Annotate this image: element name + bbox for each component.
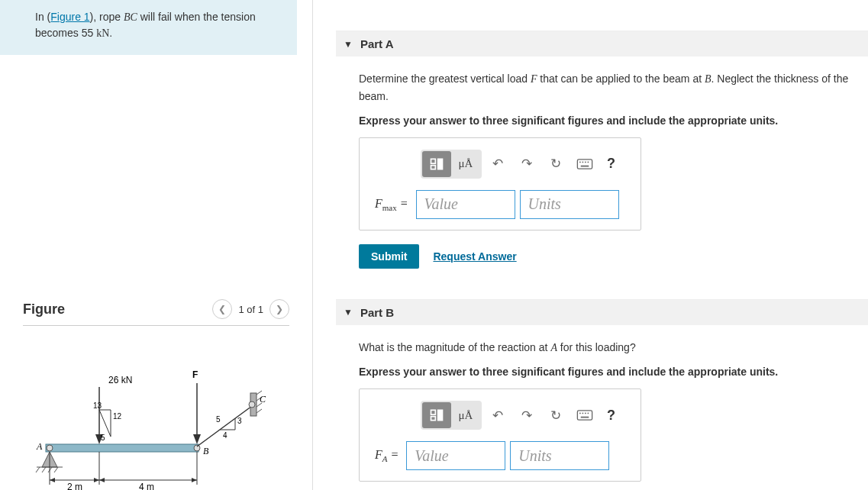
part-a-instructions: Express your answer to three significant… [359,114,868,127]
keyboard-icon[interactable] [572,402,598,428]
caret-down-icon: ▼ [344,307,353,318]
svg-text:26 kN: 26 kN [108,375,132,385]
svg-line-28 [257,409,262,413]
part-a-header[interactable]: ▼ Part A [336,31,868,56]
part-a-value-input[interactable] [416,190,515,219]
part-a-answer-box: μÅ ↶ ↷ ↻ ? Fmax = [359,137,641,230]
svg-point-52 [582,161,584,163]
part-a-variable-label: Fmax = [375,197,411,212]
svg-point-51 [579,161,581,163]
part-b-question: What is the magnitude of the reaction at… [359,339,868,356]
undo-icon[interactable]: ↶ [485,151,511,177]
svg-point-63 [588,413,589,414]
svg-rect-47 [431,159,436,163]
part-b-units-input[interactable] [510,441,609,470]
svg-text:3: 3 [237,417,242,425]
figure-link[interactable]: Figure 1 [50,11,89,23]
svg-text:2 m: 2 m [67,482,82,490]
redo-icon[interactable]: ↷ [514,402,540,428]
svg-rect-50 [577,160,592,169]
keyboard-icon[interactable] [572,151,598,177]
svg-point-62 [585,413,586,414]
special-char-button[interactable]: μÅ [451,402,480,428]
svg-text:A: A [36,441,43,452]
part-a-submit-button[interactable]: Submit [359,244,419,269]
svg-rect-0 [46,444,198,452]
svg-rect-57 [438,411,443,421]
svg-text:B: B [203,446,209,456]
reset-icon[interactable]: ↻ [543,402,569,428]
svg-line-6 [54,467,58,472]
undo-icon[interactable]: ↶ [485,402,511,428]
svg-point-60 [579,413,581,414]
part-b-variable-label: FA = [375,448,402,463]
caret-down-icon: ▼ [344,39,353,50]
part-a-request-answer-link[interactable]: Request Answer [433,250,516,263]
svg-marker-21 [193,434,201,444]
svg-rect-48 [438,159,443,169]
figure-title: Figure [23,301,65,318]
svg-text:4: 4 [223,431,227,440]
svg-text:12: 12 [113,412,122,421]
svg-marker-44 [192,478,197,482]
help-button[interactable]: ? [601,156,621,172]
svg-rect-55 [581,166,589,167]
svg-text:C: C [260,394,266,405]
svg-line-3 [36,467,40,472]
part-b-title: Part B [360,306,394,319]
figure-nav-label: 1 of 1 [238,304,263,315]
svg-line-15 [99,410,111,437]
svg-marker-43 [99,478,105,482]
svg-point-54 [588,161,589,163]
part-b-header[interactable]: ▼ Part B [336,299,868,325]
svg-point-61 [582,413,584,414]
figure-prev-button[interactable]: ❮ [212,299,232,319]
part-b-value-input[interactable] [406,441,505,470]
help-button[interactable]: ? [601,408,621,424]
svg-rect-56 [431,411,436,415]
svg-text:F: F [192,369,198,380]
svg-rect-58 [431,417,436,421]
template-icon[interactable] [422,402,451,428]
intro-text: In ( [35,11,50,23]
special-char-button[interactable]: μÅ [451,151,480,177]
template-icon[interactable] [422,151,451,177]
part-b-answer-box: μÅ ↶ ↷ ↻ ? FA = [359,388,641,482]
reset-icon[interactable]: ↻ [543,151,569,177]
rope-name: BC [124,11,137,23]
svg-rect-59 [577,411,592,420]
svg-line-4 [42,467,46,472]
svg-marker-40 [50,478,55,482]
part-a-question: Determine the greatest vertical load F t… [359,70,868,105]
redo-icon[interactable]: ↷ [514,151,540,177]
svg-point-53 [585,161,586,163]
svg-text:5: 5 [101,434,105,442]
figure-next-button[interactable]: ❯ [269,299,289,319]
svg-rect-49 [431,165,436,169]
svg-rect-64 [581,417,589,418]
svg-text:5: 5 [216,415,221,424]
figure-image: A B 13 12 5 26 kN [23,364,289,490]
svg-line-23 [197,406,252,446]
part-a-title: Part A [360,37,394,50]
part-a-units-input[interactable] [520,190,619,219]
svg-text:4 m: 4 m [139,482,154,490]
svg-marker-41 [94,478,99,482]
svg-point-7 [47,445,53,451]
svg-text:13: 13 [93,401,102,410]
part-b-instructions: Express your answer to three significant… [359,366,868,378]
svg-point-29 [249,401,255,408]
problem-statement: In (Figure 1), rope BC will fail when th… [0,0,297,55]
